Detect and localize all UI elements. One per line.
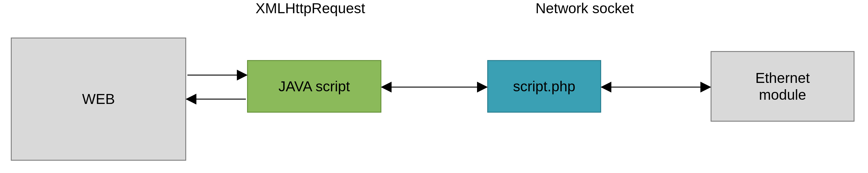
node-javascript: JAVA script: [247, 60, 381, 113]
node-ethernet-label: Ethernet module: [755, 70, 809, 103]
connector-js-php: [381, 81, 487, 93]
node-scriptphp-label: script.php: [513, 78, 576, 95]
node-web: WEB: [11, 37, 186, 161]
node-scriptphp: script.php: [487, 60, 601, 113]
label-xmlhttprequest: XMLHttpRequest: [244, 0, 376, 17]
connector-php-ethernet: [601, 81, 711, 93]
node-javascript-label: JAVA script: [279, 78, 350, 95]
node-web-label: WEB: [82, 91, 115, 107]
label-network-socket: Network socket: [522, 0, 648, 17]
connector-web-javascript: [186, 69, 247, 105]
node-ethernet: Ethernet module: [711, 51, 855, 122]
